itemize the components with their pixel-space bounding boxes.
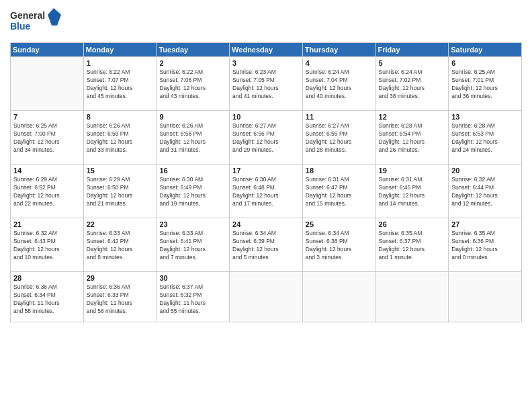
day-number: 25 xyxy=(306,220,373,228)
calendar-header-wednesday: Wednesday xyxy=(230,43,303,57)
calendar-week-row-2: 7Sunrise: 6:25 AM Sunset: 7:00 PM Daylig… xyxy=(11,111,522,165)
day-info: Sunrise: 6:24 AM Sunset: 7:02 PM Dayligh… xyxy=(379,68,446,101)
day-number: 29 xyxy=(87,274,154,282)
calendar-header-saturday: Saturday xyxy=(449,43,522,57)
calendar-cell-day-11: 11Sunrise: 6:27 AM Sunset: 6:55 PM Dayli… xyxy=(302,111,375,165)
day-number: 18 xyxy=(306,167,373,175)
day-info: Sunrise: 6:27 AM Sunset: 6:55 PM Dayligh… xyxy=(306,122,373,154)
calendar-cell-day-20: 20Sunrise: 6:32 AM Sunset: 6:44 PM Dayli… xyxy=(449,165,522,218)
day-info: Sunrise: 6:29 AM Sunset: 6:52 PM Dayligh… xyxy=(13,176,81,208)
day-number: 24 xyxy=(232,220,300,228)
day-info: Sunrise: 6:26 AM Sunset: 6:58 PM Dayligh… xyxy=(159,122,226,154)
calendar-cell-empty xyxy=(375,272,449,322)
day-number: 23 xyxy=(159,220,226,228)
day-number: 30 xyxy=(159,274,226,282)
day-info: Sunrise: 6:31 AM Sunset: 6:45 PM Dayligh… xyxy=(379,176,446,208)
day-number: 8 xyxy=(87,113,154,121)
logo: General Blue xyxy=(10,7,64,37)
day-info: Sunrise: 6:34 AM Sunset: 6:39 PM Dayligh… xyxy=(232,230,300,262)
day-number: 16 xyxy=(159,167,226,175)
calendar-cell-day-13: 13Sunrise: 6:28 AM Sunset: 6:53 PM Dayli… xyxy=(449,111,522,165)
calendar-cell-day-19: 19Sunrise: 6:31 AM Sunset: 6:45 PM Dayli… xyxy=(375,165,449,218)
day-info: Sunrise: 6:32 AM Sunset: 6:43 PM Dayligh… xyxy=(13,230,81,262)
calendar-header-tuesday: Tuesday xyxy=(157,43,230,57)
day-info: Sunrise: 6:26 AM Sunset: 6:59 PM Dayligh… xyxy=(87,122,154,154)
day-number: 19 xyxy=(379,167,446,175)
day-number: 12 xyxy=(379,113,446,121)
calendar-cell-day-21: 21Sunrise: 6:32 AM Sunset: 6:43 PM Dayli… xyxy=(11,218,84,272)
day-info: Sunrise: 6:25 AM Sunset: 7:00 PM Dayligh… xyxy=(13,122,81,154)
calendar-cell-day-4: 4Sunrise: 6:24 AM Sunset: 7:04 PM Daylig… xyxy=(302,57,375,111)
day-number: 21 xyxy=(13,220,81,228)
calendar-cell-day-23: 23Sunrise: 6:33 AM Sunset: 6:41 PM Dayli… xyxy=(157,218,230,272)
day-info: Sunrise: 6:23 AM Sunset: 7:05 PM Dayligh… xyxy=(232,68,300,101)
calendar-cell-day-17: 17Sunrise: 6:30 AM Sunset: 6:48 PM Dayli… xyxy=(230,165,303,218)
calendar-week-row-1: 1Sunrise: 6:22 AM Sunset: 7:07 PM Daylig… xyxy=(11,57,522,111)
calendar-header-thursday: Thursday xyxy=(302,43,375,57)
day-info: Sunrise: 6:27 AM Sunset: 6:56 PM Dayligh… xyxy=(232,122,300,154)
day-number: 6 xyxy=(451,59,519,67)
calendar-cell-day-16: 16Sunrise: 6:30 AM Sunset: 6:49 PM Dayli… xyxy=(157,165,230,218)
day-number: 3 xyxy=(232,59,300,67)
day-info: Sunrise: 6:30 AM Sunset: 6:49 PM Dayligh… xyxy=(159,176,226,208)
calendar-cell-day-1: 1Sunrise: 6:22 AM Sunset: 7:07 PM Daylig… xyxy=(83,57,157,111)
calendar-cell-day-5: 5Sunrise: 6:24 AM Sunset: 7:02 PM Daylig… xyxy=(375,57,449,111)
day-number: 1 xyxy=(87,59,154,67)
day-number: 9 xyxy=(159,113,226,121)
day-info: Sunrise: 6:33 AM Sunset: 6:41 PM Dayligh… xyxy=(159,230,226,262)
day-info: Sunrise: 6:22 AM Sunset: 7:07 PM Dayligh… xyxy=(87,68,154,101)
day-number: 14 xyxy=(13,167,81,175)
calendar-header-friday: Friday xyxy=(375,43,449,57)
calendar-cell-day-30: 30Sunrise: 6:37 AM Sunset: 6:32 PM Dayli… xyxy=(157,272,230,322)
calendar-cell-day-9: 9Sunrise: 6:26 AM Sunset: 6:58 PM Daylig… xyxy=(157,111,230,165)
calendar-cell-empty xyxy=(230,272,303,322)
day-info: Sunrise: 6:30 AM Sunset: 6:48 PM Dayligh… xyxy=(232,176,300,208)
calendar-cell-day-15: 15Sunrise: 6:29 AM Sunset: 6:50 PM Dayli… xyxy=(83,165,157,218)
calendar-table: SundayMondayTuesdayWednesdayThursdayFrid… xyxy=(10,42,522,322)
calendar-header-sunday: Sunday xyxy=(11,43,84,57)
day-number: 4 xyxy=(306,59,373,67)
svg-text:General: General xyxy=(10,10,45,21)
calendar-cell-empty xyxy=(302,272,375,322)
calendar-cell-day-28: 28Sunrise: 6:36 AM Sunset: 6:34 PM Dayli… xyxy=(11,272,84,322)
calendar-cell-day-18: 18Sunrise: 6:31 AM Sunset: 6:47 PM Dayli… xyxy=(302,165,375,218)
day-info: Sunrise: 6:37 AM Sunset: 6:32 PM Dayligh… xyxy=(159,283,226,316)
calendar-cell-empty xyxy=(11,57,84,111)
calendar-cell-day-24: 24Sunrise: 6:34 AM Sunset: 6:39 PM Dayli… xyxy=(230,218,303,272)
day-info: Sunrise: 6:25 AM Sunset: 7:01 PM Dayligh… xyxy=(451,68,519,101)
calendar-cell-day-7: 7Sunrise: 6:25 AM Sunset: 7:00 PM Daylig… xyxy=(11,111,84,165)
svg-marker-2 xyxy=(48,8,61,26)
day-number: 13 xyxy=(451,113,519,121)
day-info: Sunrise: 6:29 AM Sunset: 6:50 PM Dayligh… xyxy=(87,176,154,208)
calendar-cell-day-8: 8Sunrise: 6:26 AM Sunset: 6:59 PM Daylig… xyxy=(83,111,157,165)
calendar-week-row-4: 21Sunrise: 6:32 AM Sunset: 6:43 PM Dayli… xyxy=(11,218,522,272)
calendar-cell-day-2: 2Sunrise: 6:22 AM Sunset: 7:06 PM Daylig… xyxy=(157,57,230,111)
day-info: Sunrise: 6:36 AM Sunset: 6:33 PM Dayligh… xyxy=(87,283,154,316)
calendar-cell-day-14: 14Sunrise: 6:29 AM Sunset: 6:52 PM Dayli… xyxy=(11,165,84,218)
day-number: 20 xyxy=(451,167,519,175)
day-number: 5 xyxy=(379,59,446,67)
day-info: Sunrise: 6:35 AM Sunset: 6:37 PM Dayligh… xyxy=(379,230,446,262)
calendar-cell-day-12: 12Sunrise: 6:28 AM Sunset: 6:54 PM Dayli… xyxy=(375,111,449,165)
calendar-cell-day-22: 22Sunrise: 6:33 AM Sunset: 6:42 PM Dayli… xyxy=(83,218,157,272)
calendar-cell-day-29: 29Sunrise: 6:36 AM Sunset: 6:33 PM Dayli… xyxy=(83,272,157,322)
day-number: 2 xyxy=(159,59,226,67)
day-info: Sunrise: 6:22 AM Sunset: 7:06 PM Dayligh… xyxy=(159,68,226,101)
day-info: Sunrise: 6:35 AM Sunset: 6:36 PM Dayligh… xyxy=(451,230,519,262)
calendar-week-row-5: 28Sunrise: 6:36 AM Sunset: 6:34 PM Dayli… xyxy=(11,272,522,322)
day-info: Sunrise: 6:28 AM Sunset: 6:53 PM Dayligh… xyxy=(451,122,519,154)
calendar-cell-day-25: 25Sunrise: 6:34 AM Sunset: 6:38 PM Dayli… xyxy=(302,218,375,272)
day-info: Sunrise: 6:36 AM Sunset: 6:34 PM Dayligh… xyxy=(13,283,81,316)
calendar-cell-day-27: 27Sunrise: 6:35 AM Sunset: 6:36 PM Dayli… xyxy=(449,218,522,272)
day-number: 10 xyxy=(232,113,300,121)
calendar-week-row-3: 14Sunrise: 6:29 AM Sunset: 6:52 PM Dayli… xyxy=(11,165,522,218)
day-number: 17 xyxy=(232,167,300,175)
calendar-cell-day-26: 26Sunrise: 6:35 AM Sunset: 6:37 PM Dayli… xyxy=(375,218,449,272)
calendar-cell-day-3: 3Sunrise: 6:23 AM Sunset: 7:05 PM Daylig… xyxy=(230,57,303,111)
day-number: 27 xyxy=(451,220,519,228)
day-number: 28 xyxy=(13,274,81,282)
day-number: 26 xyxy=(379,220,446,228)
day-info: Sunrise: 6:32 AM Sunset: 6:44 PM Dayligh… xyxy=(451,176,519,208)
day-info: Sunrise: 6:31 AM Sunset: 6:47 PM Dayligh… xyxy=(306,176,373,208)
calendar-header-monday: Monday xyxy=(83,43,157,57)
